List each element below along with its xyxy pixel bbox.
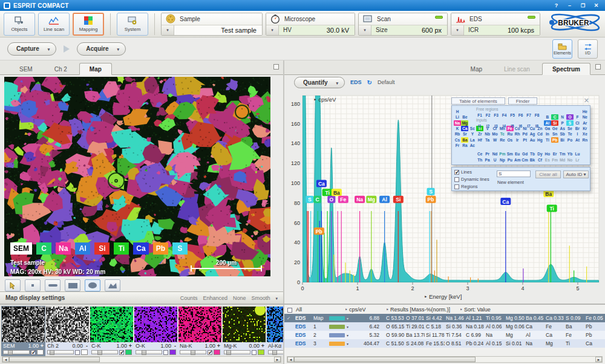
pt-element-p[interactable]: P [559,120,566,126]
pt-element-nb[interactable]: Nb [484,131,491,137]
pt-element-lu[interactable]: Lu [574,151,581,157]
pt-element-as[interactable]: As [559,126,566,131]
pt-element-i[interactable]: I [574,131,581,137]
channel-weight-stepper[interactable]: + [215,343,220,349]
thumbnail-image[interactable] [178,307,221,342]
row-color[interactable]: ▾ [329,342,353,346]
channel-thumbnail-o-k[interactable]: O-K1.00- [134,306,178,356]
pt-element-bi[interactable]: Bi [559,137,566,143]
thumbnail-image[interactable] [46,307,89,342]
free-region-f5[interactable]: F5 [509,112,516,118]
input-region-i8[interactable]: I8 [534,123,541,129]
scrollbar-thumb[interactable] [294,357,476,362]
rectangle-tool-button[interactable] [65,279,80,291]
pt-element-sr[interactable]: Sr [461,131,468,137]
channel-weight-stepper[interactable]: + [260,343,264,349]
input-region-i6[interactable]: I6 [517,123,525,129]
pt-element-fr[interactable]: Fr [454,143,461,148]
input-region-i7[interactable]: I7 [525,123,532,129]
scroll-left-icon[interactable] [2,357,9,362]
pt-element-mo[interactable]: Mo [491,131,499,137]
table-of-elements-tab[interactable]: Table of elements [451,97,505,105]
channel-weight-stepper[interactable]: - [83,343,88,349]
channel-color-swatch[interactable] [258,349,264,355]
pt-element-ho[interactable]: Ho [544,151,551,157]
map-display-settings-bar[interactable]: Map display settings CountsEnhancedNoneS… [0,291,283,304]
row-check[interactable]: ✓ [284,316,293,321]
results-scrollbar[interactable] [287,356,603,363]
pt-element-pb[interactable]: Pb [551,137,558,143]
pt-element-es[interactable]: Es [544,157,551,163]
row-color[interactable]: ▾ [329,333,353,337]
free-region-f2[interactable]: F2 [485,112,492,118]
channel-color-swatch[interactable] [125,349,132,355]
pt-element-u[interactable]: U [491,157,499,163]
line-scan-button[interactable]: Line scan [38,13,70,36]
channel-slider[interactable] [224,350,250,354]
channel-slider[interactable] [47,350,74,354]
acquire-dropdown-icon[interactable] [117,45,120,52]
result-row-2[interactable]: EDS2▾5.32O 59.90Ba 13.78Si 11.78Ti 7.54C… [284,331,605,339]
checkbox-lines[interactable]: Lines [454,169,472,175]
pointer-tool-button[interactable] [5,279,21,291]
input-region-i2[interactable]: I2 [485,123,492,129]
slider-thumb[interactable] [142,350,146,355]
pt-element-xe[interactable]: Xe [581,131,589,137]
tab-ch2[interactable]: Ch 2 [45,63,77,74]
pt-element-f[interactable]: F [574,114,581,120]
minimize-button[interactable] [564,2,575,8]
pt-element-am[interactable]: Am [514,157,521,163]
clear-all-button[interactable]: Clear all [535,171,561,178]
slider-thumb[interactable] [8,350,13,355]
channel-weight-value[interactable]: 1.00 [116,343,127,349]
channel-color-swatch[interactable] [37,349,44,355]
capture-dropdown-icon[interactable] [48,45,50,52]
checkbox-regions[interactable]: Regions [454,184,478,189]
tab-map-right[interactable]: Map [461,63,492,74]
pt-element-sc[interactable]: Sc [469,126,476,131]
channel-visible-checkbox[interactable] [119,350,124,355]
channel-thumbnail-mg-k[interactable]: Mg-K0.00+ [222,306,266,356]
scroll-right-icon[interactable] [274,357,281,362]
pt-element-ca[interactable]: Ca [461,126,468,131]
free-region-f6[interactable]: F6 [517,112,525,118]
thumbnail-image[interactable] [134,307,177,342]
tab-sem[interactable]: SEM [10,63,42,74]
pt-element-bk[interactable]: Bk [529,157,536,163]
tab-map[interactable]: Map [79,63,112,75]
help-button[interactable] [551,2,561,8]
pt-element-h[interactable]: H [454,109,461,114]
pt-element-au[interactable]: Au [529,137,536,143]
slider-thumb[interactable] [272,350,277,355]
slider-thumb[interactable] [226,350,231,355]
channel-weight-value[interactable]: 0.00 [72,343,83,349]
channel-weight-stepper[interactable]: + [127,343,132,349]
pt-element-in[interactable]: In [544,131,551,137]
free-region-f1[interactable]: F1 [476,112,483,118]
point-tool-button[interactable] [25,279,41,291]
pt-element-br[interactable]: Br [574,126,581,131]
scan-dropdown[interactable] [359,25,371,35]
pt-element-md[interactable]: Md [559,157,566,163]
pt-element-kr[interactable]: Kr [581,126,589,131]
channel-slider[interactable] [91,350,118,354]
refresh-icon[interactable] [367,79,372,86]
pt-element-tc[interactable]: Tc [499,131,506,137]
pt-element-la[interactable]: La [469,137,476,143]
pt-element-zr[interactable]: Zr [476,131,483,137]
channel-thumbnail-al-kα[interactable]: Al-Kα1.00+ [266,306,284,356]
channel-weight-value[interactable]: 1.00 [28,343,39,349]
checkbox-dynamic-lines[interactable]: Dynamic lines [454,177,489,182]
spectrum-chart[interactable]: 012345020406080100120140160180‣ cps/eV‣ … [284,89,604,302]
pt-element-na[interactable]: Na [454,120,461,126]
line-tool-button[interactable] [45,279,60,291]
channel-weight-value[interactable]: 1.00 [204,343,215,349]
channel-visible-checkbox[interactable] [75,350,80,355]
channel-weight-value[interactable]: 1.00 [160,343,171,349]
objects-button[interactable]: Objects [4,13,35,36]
pt-element-ge[interactable]: Ge [551,126,558,131]
sort-column-header[interactable]: Sort: Value [460,307,491,313]
pt-element-be[interactable]: Be [461,114,468,120]
pt-element-o[interactable]: O [566,114,574,120]
pt-element-c[interactable]: C [551,114,558,120]
